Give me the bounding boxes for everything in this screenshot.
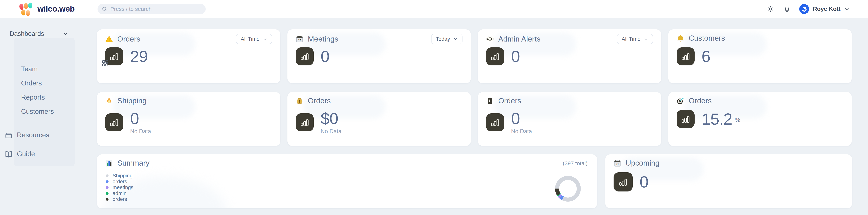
- sidebar-items: Team Orders Reports Customers: [21, 62, 54, 118]
- card-title: Orders: [689, 97, 712, 105]
- legend-label: orders: [113, 179, 127, 185]
- user-name: Roye Kott: [813, 5, 840, 12]
- stat-card: Orders All Time 29: [97, 29, 280, 83]
- sidebar-item-label: Reports: [21, 93, 45, 101]
- metric-unit: %: [735, 116, 740, 124]
- timerange-dropdown[interactable]: Today: [431, 34, 463, 44]
- grid-icon: [101, 59, 109, 67]
- metric-value: 6: [702, 48, 710, 65]
- timerange-dropdown[interactable]: All Time: [236, 34, 272, 44]
- bar-signal-icon: [680, 51, 691, 61]
- metric-tile: [296, 47, 314, 65]
- search-input[interactable]: [111, 6, 195, 12]
- legend-dot: [106, 198, 108, 201]
- timerange-dropdown[interactable]: All Time: [617, 34, 653, 44]
- sidebar-item[interactable]: Team: [21, 62, 54, 76]
- bar-chart-icon: [105, 159, 113, 167]
- sidebar-item[interactable]: Customers: [21, 104, 54, 118]
- sidebar-item[interactable]: Reports: [21, 90, 54, 104]
- card-title: Summary: [117, 159, 149, 167]
- sidebar-section-label: Dashboards: [9, 30, 44, 37]
- money-bag-icon: $: [296, 97, 303, 105]
- metric-tile: [296, 113, 314, 131]
- sidebar-footer-label: Guide: [17, 150, 35, 158]
- global-search[interactable]: [97, 4, 206, 14]
- logo-mark-icon: [18, 2, 33, 16]
- app-logo[interactable]: wilco.web: [18, 2, 74, 16]
- sidebar-item-label: Customers: [21, 108, 54, 115]
- metric-tile: [614, 172, 632, 191]
- card-title: Orders: [308, 97, 331, 105]
- legend-dot: [106, 180, 108, 183]
- sidebar-footer: Resources Guide: [4, 128, 49, 161]
- metric-value: 0: [511, 48, 520, 65]
- stat-card: Orders 0 No Data: [478, 92, 661, 146]
- legend-item[interactable]: meetings: [106, 185, 133, 190]
- metric-value: $0: [321, 110, 338, 127]
- bar-signal-icon: [490, 117, 500, 128]
- chevron-down-icon: [263, 37, 267, 41]
- logo-text: wilco.web: [37, 4, 74, 14]
- bottom-row: Summary (397 total) Shipping orders meet…: [97, 154, 852, 208]
- dark-sparkle-icon: [486, 97, 494, 105]
- metric-tile: [677, 47, 694, 65]
- stat-card: 17 Meetings Today 0: [287, 29, 471, 83]
- metric-tile: [677, 110, 694, 128]
- legend-label: Shipping: [113, 173, 132, 179]
- svg-text:17: 17: [616, 163, 619, 166]
- legend-dot: [106, 186, 108, 189]
- card-title: Shipping: [117, 97, 147, 105]
- target-icon: [677, 97, 684, 105]
- legend-item[interactable]: admin: [106, 190, 133, 196]
- sidebar-item-label: Team: [21, 65, 38, 73]
- card-title: Meetings: [308, 35, 338, 43]
- chevron-down-icon: [644, 37, 648, 41]
- sidebar-item[interactable]: Orders: [21, 76, 54, 90]
- bar-signal-icon: [300, 51, 310, 61]
- metric-value: 0: [511, 110, 520, 127]
- card-title: Orders: [117, 35, 140, 43]
- power-spiral-icon: [801, 6, 807, 12]
- no-data-label: No Data: [321, 128, 342, 135]
- book-icon: [4, 150, 12, 158]
- card-title: Upcoming: [626, 159, 659, 167]
- top-navbar: wilco.web Roye Kott: [0, 0, 868, 18]
- bar-signal-icon: [680, 114, 691, 124]
- legend-label: orders: [113, 196, 127, 202]
- summary-card: Summary (397 total) Shipping orders meet…: [97, 154, 597, 208]
- chevron-down-icon: [62, 30, 68, 37]
- svg-text:$: $: [299, 100, 300, 103]
- card-title: Orders: [498, 97, 521, 105]
- stat-card: Shipping 0 No Data: [97, 92, 280, 146]
- metric-value: 0: [640, 173, 648, 190]
- bell-icon: [783, 5, 791, 13]
- user-menu[interactable]: Roye Kott: [799, 4, 850, 14]
- legend-label: meetings: [113, 185, 133, 190]
- legend-item[interactable]: orders: [106, 179, 133, 185]
- sidebar-footer-link[interactable]: Resources: [4, 128, 49, 142]
- stat-card: $ Orders $0 No Data: [287, 92, 471, 146]
- bar-signal-icon: [300, 117, 310, 128]
- card-title: Customers: [689, 34, 725, 43]
- sidebar-footer-label: Resources: [17, 131, 49, 139]
- metric-tile: [486, 47, 504, 65]
- legend-dot: [106, 192, 108, 195]
- legend-item[interactable]: orders: [106, 196, 133, 202]
- bell-icon: [677, 34, 684, 42]
- sidebar-footer-link[interactable]: Guide: [4, 147, 49, 161]
- stat-card-grid: Orders All Time 29: [97, 29, 852, 146]
- chevron-down-icon: [844, 6, 850, 12]
- sidebar-section-dashboards[interactable]: Dashboards: [4, 30, 78, 37]
- search-icon: [101, 6, 107, 12]
- legend-item[interactable]: Shipping: [106, 173, 133, 179]
- metric-value: 0: [321, 48, 330, 65]
- warning-icon: [105, 35, 113, 43]
- theme-toggle-button[interactable]: [766, 5, 775, 13]
- no-data-label: No Data: [511, 128, 532, 135]
- bar-signal-icon: [490, 51, 500, 61]
- bar-signal-icon: [109, 51, 119, 61]
- avatar: [799, 4, 809, 14]
- notifications-button[interactable]: [783, 5, 791, 13]
- metric-tile: [105, 113, 123, 131]
- eyes-icon: [486, 35, 494, 43]
